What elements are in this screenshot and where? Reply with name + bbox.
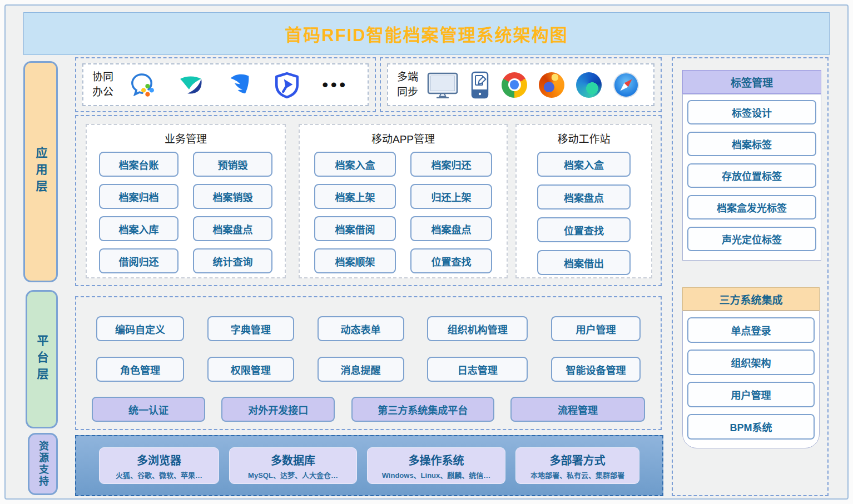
module-box: 档案顺架 [314, 248, 396, 273]
module-box: 组织机构管理 [427, 316, 528, 341]
business-management-title: 业务管理 [87, 131, 285, 146]
resource-card-subtitle: MySQL、达梦、人大金仓… [248, 470, 338, 480]
resource-card-title: 多数据库 [271, 452, 315, 468]
module-box: 统一认证 [92, 397, 205, 422]
module-box: 档案盘点 [193, 216, 272, 241]
resource-card-subtitle: 火狐、谷歌、微软、苹果… [116, 470, 202, 480]
module-box: 存放位置标签 [687, 163, 816, 188]
layer-label-application: 应用层 [23, 61, 58, 282]
module-box: 动态表单 [318, 316, 404, 341]
module-box: 用户管理 [687, 382, 815, 407]
tag-management-header: 标签管理 [682, 70, 821, 94]
tag-management-panel: 标签设计 档案标签 存放位置标签 档案盒发光标签 声光定位标签 [682, 94, 821, 261]
module-box: 档案借出 [537, 250, 631, 275]
module-box: 档案标签 [687, 132, 816, 156]
collab-icon-row: ••• [117, 71, 359, 99]
chrome-icon [502, 72, 527, 98]
module-box: 档案入库 [99, 216, 178, 241]
module-box: 档案盘点 [410, 216, 492, 241]
application-layer-section: 业务管理 档案台账 预销毁 档案归档 档案销毁 档案入库 档案盘点 借阅归还 统… [75, 115, 662, 286]
collab-office-label: 协同办公 [92, 70, 117, 99]
device-icon-row [421, 71, 644, 99]
module-box: 编码自定义 [96, 316, 184, 341]
collab-office-bar: 协同办公 [82, 63, 369, 106]
resource-card-databases: 多数据库 MySQL、达梦、人大金仓… [229, 447, 357, 484]
third-party-header: 三方系统集成 [682, 287, 820, 311]
resource-card-browsers: 多浏览器 火狐、谷歌、微软、苹果… [99, 447, 219, 484]
module-box: 智能设备管理 [551, 357, 641, 382]
module-box: 档案借阅 [314, 216, 396, 241]
feishu-icon [176, 72, 205, 98]
business-grid: 档案台账 预销毁 档案归档 档案销毁 档案入库 档案盘点 借阅归还 统计查询 [87, 152, 285, 273]
module-box: 统计查询 [193, 248, 272, 273]
module-box: BPM系统 [687, 414, 815, 440]
third-party-panel: 单点登录 组织架构 用户管理 BPM系统 [682, 311, 820, 448]
mobile-app-grid: 档案入盒 档案归还 档案上架 归还上架 档案借阅 档案盘点 档案顺架 位置查找 [300, 152, 507, 273]
resource-support-section: 多浏览器 火狐、谷歌、微软、苹果… 多数据库 MySQL、达梦、人大金仓… 多操… [75, 435, 663, 496]
dingtalk-icon [226, 72, 252, 98]
collab-office-section: 协同办公 [75, 57, 376, 112]
resource-card-subtitle: Windows、Linux、麒麟、统信… [382, 470, 491, 480]
module-box: 档案盘点 [537, 184, 631, 209]
module-box: 标签设计 [687, 100, 816, 124]
mobile-app-panel: 移动APP管理 档案入盒 档案归还 档案上架 归还上架 档案借阅 档案盘点 档案… [299, 124, 508, 278]
multi-device-section: 多端同步 [380, 57, 662, 112]
module-box: 流程管理 [510, 397, 645, 422]
module-box: 预销毁 [193, 152, 272, 177]
module-box: 第三方系统集成平台 [351, 397, 494, 422]
right-column-section: 标签管理 标签设计 档案标签 存放位置标签 档案盒发光标签 声光定位标签 三方系… [672, 57, 829, 496]
module-box: 消息提醒 [318, 357, 404, 382]
module-box: 档案归还 [410, 152, 492, 177]
layer-label-platform: 平台层 [26, 290, 58, 428]
more-apps-ellipsis-icon: ••• [322, 76, 348, 94]
resource-card-title: 多浏览器 [137, 452, 181, 468]
platform-row-3: 统一认证 对外开发接口 第三方系统集成平台 流程管理 [92, 397, 645, 422]
mobile-workstation-panel: 移动工作站 档案入盒 档案盘点 位置查找 档案借出 [515, 124, 652, 278]
module-box: 角色管理 [96, 357, 184, 382]
module-box: 归还上架 [410, 184, 492, 209]
multi-device-bar: 多端同步 [387, 63, 654, 106]
module-box: 权限管理 [207, 357, 294, 382]
module-box: 位置查找 [537, 217, 631, 242]
tablet-pencil-icon [470, 71, 490, 99]
module-box: 档案归档 [99, 184, 178, 209]
resource-card-title: 多操作系统 [409, 452, 464, 468]
mobile-workstation-title: 移动工作站 [517, 131, 651, 146]
page-title: 首码RFID智能档案管理系统架构图 [285, 21, 568, 46]
module-box: 单点登录 [687, 317, 815, 343]
multi-device-label: 多端同步 [397, 70, 421, 99]
platform-layer-section: 编码自定义 字典管理 动态表单 组织机构管理 用户管理 角色管理 权限管理 消息… [75, 296, 662, 430]
layer-label-resource: 资源支持 [28, 433, 58, 495]
module-box: 档案台账 [99, 152, 178, 177]
platform-row-1: 编码自定义 字典管理 动态表单 组织机构管理 用户管理 [96, 316, 641, 341]
module-box: 档案上架 [314, 184, 396, 209]
module-box: 组织架构 [687, 350, 815, 375]
module-box: 声光定位标签 [687, 227, 816, 251]
module-box: 日志管理 [427, 357, 528, 382]
module-box: 用户管理 [551, 316, 641, 341]
edge-icon [576, 72, 602, 98]
module-box: 档案盒发光标签 [687, 195, 816, 219]
wechat-work-icon [127, 71, 155, 99]
shield-app-icon [273, 71, 301, 99]
module-box: 借阅归还 [99, 248, 178, 273]
resource-card-subtitle: 本地部署、私有云、集群部署 [530, 470, 624, 480]
module-box: 档案入盒 [314, 152, 396, 177]
module-box: 对外开发接口 [221, 397, 335, 422]
mobile-workstation-grid: 档案入盒 档案盘点 位置查找 档案借出 [517, 152, 651, 275]
module-box: 位置查找 [410, 248, 492, 273]
module-box: 档案入盒 [537, 152, 631, 177]
desktop-icon [427, 71, 458, 99]
firefox-icon [539, 72, 564, 98]
business-management-panel: 业务管理 档案台账 预销毁 档案归档 档案销毁 档案入库 档案盘点 借阅归还 统… [86, 124, 286, 278]
resource-card-deployment: 多部署方式 本地部署、私有云、集群部署 [515, 447, 639, 484]
resource-card-title: 多部署方式 [550, 452, 606, 468]
mobile-app-title: 移动APP管理 [300, 131, 507, 146]
safari-icon [613, 72, 639, 98]
module-box: 档案销毁 [193, 184, 272, 209]
platform-row-2: 角色管理 权限管理 消息提醒 日志管理 智能设备管理 [96, 357, 641, 382]
module-box: 字典管理 [207, 316, 294, 341]
title-bar: 首码RFID智能档案管理系统架构图 [23, 12, 830, 55]
resource-card-os: 多操作系统 Windows、Linux、麒麟、统信… [367, 447, 505, 484]
